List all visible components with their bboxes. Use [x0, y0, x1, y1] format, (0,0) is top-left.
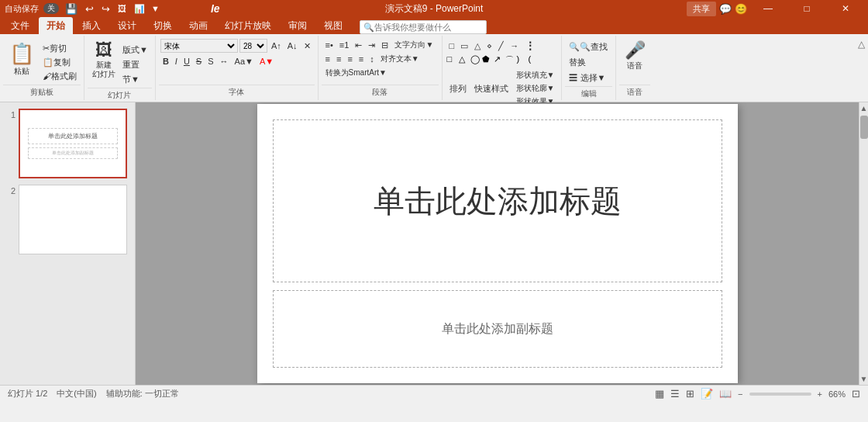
- view-slide-sorter-btn[interactable]: ⊞: [686, 388, 694, 400]
- align-text-btn[interactable]: 对齐文本▼: [378, 53, 422, 65]
- bullets-btn[interactable]: ≡•: [323, 40, 336, 50]
- align-center-btn[interactable]: ≡: [334, 54, 343, 64]
- shape-rect[interactable]: □: [447, 39, 457, 53]
- tab-animations[interactable]: 动画: [181, 17, 215, 34]
- scroll-thumb[interactable]: [860, 116, 868, 139]
- shape-fill-btn[interactable]: 形状填充▼: [514, 69, 557, 81]
- sh4[interactable]: ⬟: [482, 54, 493, 66]
- scroll-down-arrow[interactable]: ▼: [859, 373, 868, 385]
- copy-button[interactable]: 📋复制: [40, 56, 79, 69]
- right-scrollbar[interactable]: ▲ ▼: [859, 102, 868, 385]
- reset-button[interactable]: 重置: [120, 58, 150, 71]
- zoom-in-btn[interactable]: +: [818, 389, 822, 399]
- align-left-btn[interactable]: ≡: [323, 54, 332, 64]
- spacing-btn[interactable]: ↔: [218, 56, 231, 67]
- view-reading-btn[interactable]: 📖: [719, 388, 732, 400]
- sh3[interactable]: ◯: [470, 54, 481, 66]
- new-slide-button[interactable]: 🖼 新建幻灯片: [89, 39, 119, 81]
- decrease-indent-btn[interactable]: ⇤: [353, 40, 364, 51]
- numbered-btn[interactable]: ≡1: [337, 40, 352, 50]
- underline-btn[interactable]: U: [181, 56, 192, 67]
- slide-canvas[interactable]: 单击此处添加标题 单击此处添加副标题: [257, 104, 738, 383]
- tab-view[interactable]: 视图: [316, 17, 350, 34]
- slide-2-thumbnail[interactable]: [19, 185, 127, 254]
- sh7[interactable]: ): [517, 54, 528, 66]
- layout-button[interactable]: 版式▼: [120, 43, 150, 57]
- sh1[interactable]: □: [447, 54, 458, 66]
- align-right-btn[interactable]: ≡: [345, 54, 354, 64]
- auto-save-toggle[interactable]: 关: [43, 3, 59, 14]
- zoom-slider[interactable]: [749, 393, 811, 396]
- decrease-font-btn[interactable]: A↓: [285, 40, 300, 51]
- scroll-up-arrow[interactable]: ▲: [859, 102, 868, 114]
- shape-outline-btn[interactable]: 形状轮廓▼: [514, 82, 557, 95]
- sh5[interactable]: ↗: [494, 54, 505, 66]
- tab-home[interactable]: 开始: [39, 17, 73, 34]
- tab-insert[interactable]: 插入: [74, 17, 108, 34]
- qa-icon1[interactable]: 🖼: [116, 4, 128, 13]
- shape-triangle[interactable]: △: [472, 39, 483, 53]
- line-spacing-btn[interactable]: ↕: [367, 54, 377, 64]
- search-bar[interactable]: 🔍: [360, 20, 487, 34]
- dictate-button[interactable]: 🎤 语音: [621, 39, 649, 73]
- increase-indent-btn[interactable]: ⇥: [366, 40, 377, 51]
- share-button[interactable]: 共享: [687, 2, 716, 16]
- shapes-panel[interactable]: □ △ ◯ ⬟ ↗ ⌒ ) (: [447, 54, 539, 66]
- slide-thumb-2[interactable]: 2: [5, 185, 130, 254]
- find-btn[interactable]: 🔍 🔍查找: [567, 40, 610, 54]
- tab-transitions[interactable]: 切换: [146, 17, 180, 34]
- qa-save[interactable]: 💾: [64, 3, 79, 15]
- view-normal-btn[interactable]: ▦: [655, 388, 664, 400]
- font-family-select[interactable]: 宋体: [160, 39, 238, 53]
- tab-design[interactable]: 设计: [110, 17, 144, 34]
- case-btn[interactable]: Aa▼: [232, 56, 256, 67]
- title-placeholder[interactable]: 单击此处添加标题: [273, 119, 722, 282]
- section-button[interactable]: 节▼: [120, 73, 150, 86]
- fit-window-btn[interactable]: ⊡: [852, 388, 860, 400]
- shape-arrow[interactable]: →: [508, 39, 521, 53]
- minimize-btn[interactable]: —: [750, 0, 786, 17]
- increase-font-btn[interactable]: A↑: [269, 40, 284, 51]
- search-input[interactable]: [374, 21, 483, 33]
- replace-btn[interactable]: 替换: [567, 56, 588, 69]
- select-btn[interactable]: ☰ 选择▼: [567, 71, 608, 85]
- columns-btn[interactable]: ⊟: [379, 40, 391, 51]
- smiley-icon[interactable]: 😊: [735, 3, 747, 15]
- shape-more[interactable]: ⋮: [522, 39, 538, 53]
- shadow-btn[interactable]: S: [205, 56, 215, 67]
- shape-rect2[interactable]: ▭: [458, 39, 470, 53]
- text-direction-btn[interactable]: 文字方向▼: [392, 39, 436, 51]
- shape-diamond[interactable]: ⋄: [484, 39, 494, 53]
- paste-button[interactable]: 📋 粘贴: [5, 39, 39, 80]
- strikethrough-btn[interactable]: S: [194, 56, 204, 67]
- font-color-btn[interactable]: A▼: [257, 56, 276, 67]
- sh8[interactable]: (: [529, 54, 539, 66]
- italic-btn[interactable]: I: [173, 56, 180, 67]
- tab-file[interactable]: 文件: [3, 17, 37, 34]
- shape-line[interactable]: ╱: [496, 39, 506, 53]
- format-painter-button[interactable]: 🖌格式刷: [40, 70, 79, 83]
- maximize-btn[interactable]: □: [789, 0, 825, 17]
- close-btn[interactable]: ✕: [828, 0, 863, 17]
- sh2[interactable]: △: [459, 54, 470, 66]
- qa-icon2[interactable]: 📊: [133, 4, 146, 14]
- qa-redo[interactable]: ↪: [100, 3, 112, 15]
- collapse-ribbon-btn[interactable]: △: [858, 39, 865, 50]
- tab-slideshow[interactable]: 幻灯片放映: [217, 17, 279, 34]
- font-size-select[interactable]: 28: [239, 39, 267, 53]
- smartart-btn[interactable]: 转换为SmartArt▼: [323, 67, 389, 79]
- tab-review[interactable]: 审阅: [281, 17, 315, 34]
- clear-format-btn[interactable]: ✕: [301, 40, 313, 52]
- qa-dropdown[interactable]: ▼: [151, 4, 160, 13]
- qa-undo[interactable]: ↩: [84, 3, 95, 15]
- quick-styles-btn[interactable]: 快速样式: [472, 82, 511, 95]
- arrange-btn[interactable]: 排列: [447, 82, 469, 95]
- justify-btn[interactable]: ≡: [356, 54, 366, 64]
- cut-button[interactable]: ✂剪切: [40, 42, 79, 55]
- bold-btn[interactable]: B: [160, 56, 171, 67]
- view-notes-btn[interactable]: 📝: [701, 388, 713, 400]
- zoom-out-btn[interactable]: −: [738, 389, 742, 399]
- sh6[interactable]: ⌒: [505, 54, 516, 66]
- subtitle-placeholder[interactable]: 单击此处添加副标题: [273, 290, 722, 368]
- slide-1-thumbnail[interactable]: 单击此处添加标题 单击此处添加副标题: [19, 109, 127, 178]
